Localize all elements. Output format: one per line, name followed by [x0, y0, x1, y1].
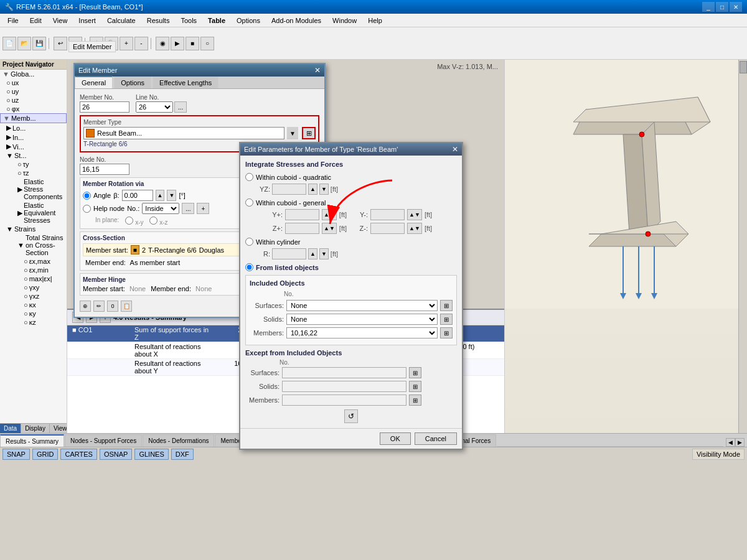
menu-file[interactable]: File [2, 14, 24, 27]
zplus-spin[interactable]: ▲▼ [322, 223, 337, 234]
helpnode-radio[interactable] [83, 205, 91, 213]
r-spin-up[interactable]: ▲ [308, 248, 317, 259]
tree-item-tz[interactable]: ○ τz [0, 169, 67, 177]
toolbar-new[interactable]: 📄 [2, 37, 16, 50]
radio-cylinder[interactable] [245, 238, 253, 246]
status-visibility-mode[interactable]: Visibility Mode [692, 449, 745, 460]
tree-item-phix[interactable]: ○ φx [0, 105, 67, 113]
status-osnap[interactable]: OSNAP [100, 449, 133, 460]
refresh-btn[interactable]: ↺ [344, 409, 358, 423]
menu-table[interactable]: Table [203, 14, 230, 27]
yminus-input[interactable] [370, 209, 405, 220]
except-members-btn[interactable]: ⊞ [409, 394, 421, 406]
tree-item-ex-max[interactable]: ○ εx,max [0, 257, 67, 266]
tab-general[interactable]: General [75, 76, 113, 88]
member-type-select[interactable]: Result Beam... [83, 127, 284, 139]
left-tab-data[interactable]: Data [0, 424, 21, 433]
tree-item-kz[interactable]: ○ κz [0, 318, 67, 327]
tab-prev[interactable]: ◀ [726, 438, 735, 447]
zminus-input[interactable] [370, 223, 405, 234]
dialog-btn-1[interactable]: ⊕ [80, 301, 91, 312]
tree-item-gxz[interactable]: ○ γxz [0, 292, 67, 301]
dialog-btn-2[interactable]: ✏ [93, 301, 105, 312]
inside-select[interactable]: Inside [142, 203, 179, 214]
toolbar-btn8[interactable]: ▶ [171, 37, 184, 50]
menu-window[interactable]: Window [327, 14, 362, 27]
toolbar-btn10[interactable]: ○ [200, 37, 214, 50]
left-tab-views[interactable]: Views [50, 424, 67, 433]
tree-item-total-strains[interactable]: ▼ Total Strains on Cross-Section [0, 233, 67, 257]
menu-help[interactable]: Help [363, 14, 387, 27]
status-grid[interactable]: GRID [32, 449, 59, 460]
close-button[interactable]: ✕ [730, 2, 742, 12]
zminus-spin[interactable]: ▲▼ [407, 223, 422, 234]
zplus-input[interactable] [285, 223, 319, 234]
solids-btn[interactable]: ⊞ [440, 314, 453, 325]
toolbar-open[interactable]: 📂 [17, 37, 31, 50]
surfaces-btn[interactable]: ⊞ [440, 300, 453, 311]
menu-calculate[interactable]: Calculate [102, 14, 141, 27]
maximize-button[interactable]: □ [716, 2, 728, 12]
members-btn[interactable]: ⊞ [440, 327, 453, 338]
line-no-select[interactable]: 26 [136, 101, 173, 113]
member-type-dropdown-btn[interactable]: ▼ [287, 127, 298, 139]
status-dxf[interactable]: DXF [171, 449, 194, 460]
menu-edit[interactable]: Edit [25, 14, 47, 27]
menu-options[interactable]: Options [232, 14, 265, 27]
cancel-button[interactable]: Cancel [415, 432, 457, 445]
helpnode-btn2[interactable]: + [197, 203, 209, 214]
radio-cuboid-quadratic[interactable] [245, 173, 253, 181]
xy-radio[interactable] [125, 217, 133, 225]
tree-item-uy[interactable]: ○ uy [0, 87, 67, 96]
radio-listed[interactable] [245, 263, 253, 271]
left-tab-display[interactable]: Display [21, 424, 50, 433]
tree-item-elastic-equiv[interactable]: ▶ Elastic Equivalent Stresses [0, 201, 67, 225]
tab-effective-lengths[interactable]: Effective Lengths [153, 77, 218, 88]
tree-item-gxy[interactable]: ○ γxy [0, 283, 67, 292]
except-solids-input[interactable] [282, 381, 406, 392]
dialog-btn-4[interactable]: 📋 [121, 301, 132, 312]
toolbar-btn5[interactable]: + [120, 37, 133, 50]
tree-item-memb[interactable]: ▼ Memb... [0, 113, 67, 123]
tree-item-strains[interactable]: ▼ Strains [0, 225, 67, 233]
yplus-spin[interactable]: ▲▼ [322, 209, 337, 220]
angle-radio[interactable] [83, 192, 91, 200]
r-spin-down[interactable]: ▼ [319, 248, 329, 259]
option-cylinder[interactable]: Within cylinder [245, 238, 457, 246]
tree-item-st[interactable]: ▼ St... [0, 151, 67, 160]
edit-member-close[interactable]: ✕ [314, 66, 321, 75]
ok-button[interactable]: OK [380, 432, 411, 445]
menu-view[interactable]: View [48, 14, 73, 27]
yz-input[interactable] [272, 184, 306, 195]
beta-spin-up[interactable]: ▲ [156, 190, 165, 201]
menu-insert[interactable]: Insert [73, 14, 101, 27]
tree-item-elastic-stress[interactable]: ▶ Elastic Stress Components [0, 177, 67, 201]
tree-item-ty[interactable]: ○ τy [0, 160, 67, 169]
tree-item-uz[interactable]: ○ uz [0, 96, 67, 105]
menu-addon[interactable]: Add-on Modules [266, 14, 326, 27]
tree-item-ux[interactable]: ○ ux [0, 78, 67, 87]
option-listed[interactable]: From listed objects [245, 263, 457, 271]
menu-tools[interactable]: Tools [176, 14, 202, 27]
except-surfaces-input[interactable] [282, 367, 406, 378]
toolbar-btn7[interactable]: ◉ [156, 37, 169, 50]
except-solids-btn[interactable]: ⊞ [409, 381, 421, 392]
helpnode-btn1[interactable]: ... [182, 203, 194, 214]
tab-next[interactable]: ▶ [735, 438, 745, 447]
status-snap[interactable]: SNAP [2, 449, 30, 460]
tree-item-in[interactable]: ▶ In... [0, 133, 67, 142]
toolbar-save[interactable]: 💾 [32, 37, 46, 50]
r-input[interactable] [272, 248, 306, 259]
status-glines[interactable]: GLINES [134, 449, 168, 460]
surfaces-select[interactable]: None [286, 300, 438, 311]
option-cuboid-quadratic[interactable]: Within cuboid - quadratic [245, 173, 457, 181]
tree-item-lo[interactable]: ▶ Lo... [0, 123, 67, 133]
tab-options[interactable]: Options [114, 77, 151, 88]
members-select[interactable]: 10,16,22 [286, 327, 438, 338]
yz-spin-up[interactable]: ▲ [308, 184, 317, 195]
beta-input[interactable] [122, 190, 153, 201]
member-no-input[interactable] [80, 101, 129, 113]
yminus-spin[interactable]: ▲▼ [407, 209, 422, 220]
tree-item-ex-min[interactable]: ○ εx,min [0, 266, 67, 274]
except-members-input[interactable] [282, 394, 406, 406]
